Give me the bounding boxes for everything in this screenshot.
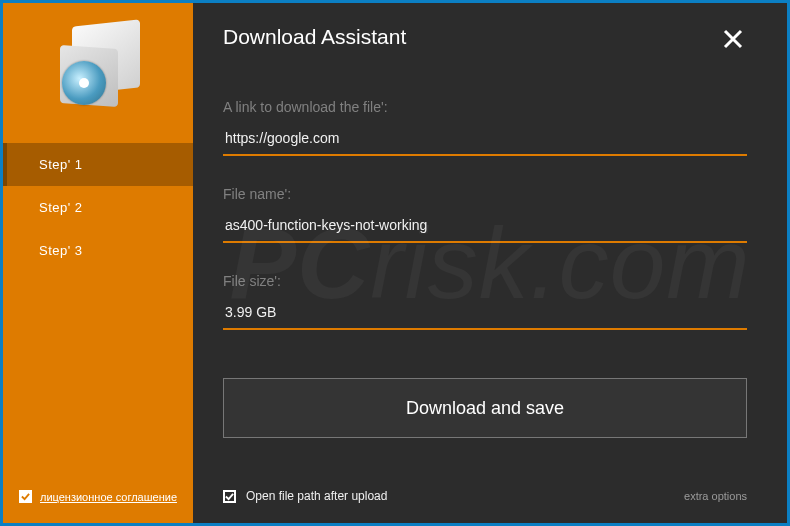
filename-input[interactable] (223, 217, 747, 243)
filename-label: File name': (223, 186, 747, 202)
license-checkbox[interactable] (19, 490, 32, 503)
main-footer: Open file path after upload extra option… (223, 489, 747, 503)
sidebar-step-3[interactable]: Step' 3 (3, 229, 193, 272)
field-file-name: File name': (223, 186, 747, 243)
download-button-label: Download and save (406, 398, 564, 419)
link-input[interactable] (223, 130, 747, 156)
window-body: Step' 1 Step' 2 Step' 3 лицензионное сог… (3, 3, 787, 523)
check-icon (21, 492, 30, 501)
installer-icon (52, 17, 144, 109)
sidebar: Step' 1 Step' 2 Step' 3 лицензионное сог… (3, 3, 193, 523)
main-panel: PCrisk.com Download Assistant A link to … (193, 3, 787, 523)
check-icon (225, 492, 234, 501)
footer-left: Open file path after upload (223, 489, 387, 503)
open-path-label: Open file path after upload (246, 489, 387, 503)
step-label: Step' 3 (39, 243, 83, 258)
close-icon (721, 27, 745, 51)
watermark: PCrisk.com (193, 3, 787, 523)
filesize-label: File size': (223, 273, 747, 289)
license-link[interactable]: лицензионное соглашение (40, 491, 177, 503)
field-file-size: File size': (223, 273, 747, 330)
link-label: A link to download the file': (223, 99, 747, 115)
download-save-button[interactable]: Download and save (223, 378, 747, 438)
filesize-input[interactable] (223, 304, 747, 330)
close-button[interactable] (719, 25, 747, 57)
sidebar-footer: лицензионное соглашение (19, 490, 177, 503)
download-assistant-window: Step' 1 Step' 2 Step' 3 лицензионное сог… (0, 0, 790, 526)
title-row: Download Assistant (223, 25, 747, 57)
field-download-link: A link to download the file': (223, 99, 747, 156)
step-label: Step' 1 (39, 157, 83, 172)
open-path-checkbox[interactable] (223, 490, 236, 503)
page-title: Download Assistant (223, 25, 406, 49)
steps-nav: Step' 1 Step' 2 Step' 3 (3, 143, 193, 272)
sidebar-step-1[interactable]: Step' 1 (3, 143, 193, 186)
installer-icon-wrap (3, 17, 193, 109)
extra-options-link[interactable]: extra options (684, 490, 747, 502)
step-label: Step' 2 (39, 200, 83, 215)
sidebar-step-2[interactable]: Step' 2 (3, 186, 193, 229)
